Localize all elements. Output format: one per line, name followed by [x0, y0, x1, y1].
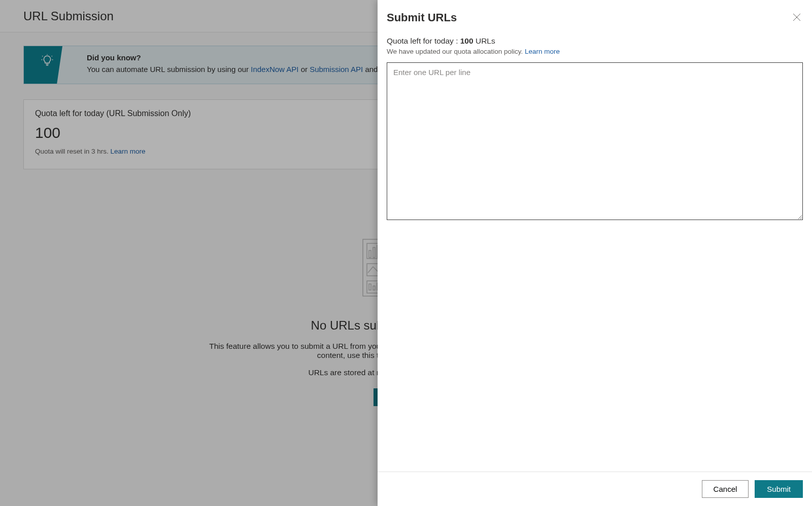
panel-policy-note: We have updated our quota allocation pol…	[387, 48, 803, 55]
panel-footer: Cancel Submit	[378, 472, 812, 506]
policy-learn-more-link[interactable]: Learn more	[525, 48, 560, 55]
url-input[interactable]	[387, 62, 803, 220]
close-icon[interactable]	[791, 11, 803, 23]
panel-quota-value: 100	[460, 37, 473, 45]
submit-button[interactable]: Submit	[755, 480, 803, 498]
submit-urls-panel: Submit URLs Quota left for today : 100 U…	[378, 0, 812, 506]
cancel-button[interactable]: Cancel	[702, 480, 749, 498]
panel-quota-line: Quota left for today : 100 URLs	[387, 37, 803, 46]
panel-title: Submit URLs	[387, 11, 457, 24]
